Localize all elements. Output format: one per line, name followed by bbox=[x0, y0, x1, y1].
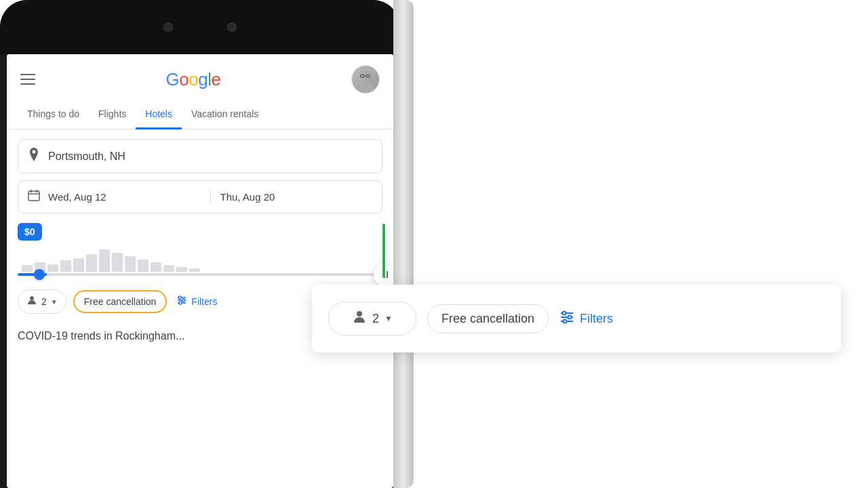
tab-things-to-do[interactable]: Things to do bbox=[18, 102, 89, 129]
check-out-date: Thu, Aug 20 bbox=[220, 191, 373, 203]
hist-bar-8 bbox=[112, 253, 123, 272]
filters-icon bbox=[176, 295, 187, 308]
popup-guests-selector[interactable]: 2 ▼ bbox=[328, 302, 416, 336]
logo-o1: o bbox=[179, 69, 189, 90]
menu-line-2 bbox=[20, 79, 35, 80]
svg-point-15 bbox=[179, 302, 182, 304]
menu-button[interactable] bbox=[20, 74, 35, 85]
popup-free-cancellation-label: Free cancellation bbox=[441, 312, 534, 326]
date-input[interactable]: Wed, Aug 12 Thu, Aug 20 bbox=[18, 180, 382, 214]
popup-free-cancellation-button[interactable]: Free cancellation bbox=[427, 304, 549, 333]
hist-bar-12 bbox=[163, 265, 174, 272]
svg-point-21 bbox=[568, 315, 572, 319]
svg-point-13 bbox=[178, 296, 181, 299]
hist-bar-3 bbox=[47, 264, 58, 272]
logo-o2: o bbox=[189, 69, 198, 90]
user-avatar[interactable] bbox=[351, 65, 380, 94]
menu-line-1 bbox=[20, 74, 35, 75]
phone-top-bar bbox=[0, 0, 400, 54]
check-in-date: Wed, Aug 12 bbox=[48, 191, 201, 203]
guests-selector[interactable]: 2 ▼ bbox=[18, 289, 66, 314]
avatar-image bbox=[352, 66, 379, 93]
person-icon bbox=[26, 295, 37, 308]
tab-vacation-rentals[interactable]: Vacation rentals bbox=[182, 102, 268, 129]
navigation-tabs: Things to do Flights Hotels Vacation ren… bbox=[7, 102, 393, 129]
hist-bar-4 bbox=[60, 260, 71, 272]
location-value: Portsmouth, NH bbox=[48, 150, 125, 163]
hist-bar-13 bbox=[176, 267, 187, 272]
covid-text: COVID-19 trends in Rockingham... bbox=[18, 330, 184, 342]
logo-g2: g bbox=[198, 69, 208, 90]
filters-label: Filters bbox=[191, 296, 217, 307]
svg-point-1 bbox=[357, 83, 375, 94]
popup-filters-button[interactable]: Filters bbox=[559, 310, 613, 328]
hist-bar-14 bbox=[189, 268, 200, 272]
free-cancellation-label: Free cancellation bbox=[84, 296, 157, 307]
calendar-icon bbox=[28, 189, 40, 205]
location-pin-icon bbox=[28, 148, 40, 165]
date-range: Wed, Aug 12 Thu, Aug 20 bbox=[48, 190, 372, 204]
popup-filters-label: Filters bbox=[580, 312, 613, 326]
price-badge: $0 bbox=[18, 223, 42, 241]
hist-bar-9 bbox=[125, 256, 136, 272]
popup-filters-icon bbox=[559, 310, 574, 328]
svg-point-14 bbox=[182, 299, 185, 302]
phone-device: G o o g l e bbox=[0, 0, 427, 488]
price-histogram bbox=[18, 245, 382, 272]
scroll-indicator bbox=[382, 224, 385, 278]
hist-bar-6 bbox=[86, 254, 97, 272]
phone-camera-left bbox=[163, 22, 173, 32]
popup-guests-count: 2 bbox=[372, 312, 379, 326]
phone-screen: G o o g l e bbox=[7, 54, 393, 488]
logo-g: G bbox=[166, 69, 180, 90]
svg-point-16 bbox=[357, 311, 362, 317]
phone-right-edge bbox=[393, 0, 414, 488]
svg-point-20 bbox=[563, 311, 566, 314]
search-section: Portsmouth, NH Wed, Aug 12 bbox=[7, 129, 393, 219]
price-slider-track[interactable] bbox=[18, 273, 382, 276]
menu-line-3 bbox=[20, 83, 35, 85]
logo-e: e bbox=[211, 69, 220, 90]
popup-card: 2 ▼ Free cancellation Filters bbox=[312, 285, 841, 352]
free-cancellation-button[interactable]: Free cancellation bbox=[73, 290, 167, 313]
hist-bar-11 bbox=[151, 262, 161, 272]
phone-camera-right bbox=[227, 22, 237, 32]
tab-flights[interactable]: Flights bbox=[89, 102, 136, 129]
location-input[interactable]: Portsmouth, NH bbox=[18, 139, 382, 174]
hist-bar-1 bbox=[22, 265, 33, 272]
svg-rect-5 bbox=[28, 191, 39, 201]
filters-button[interactable]: Filters bbox=[176, 295, 217, 308]
date-divider bbox=[210, 190, 211, 204]
hist-bar-10 bbox=[138, 260, 149, 272]
google-logo: G o o g l e bbox=[166, 69, 221, 90]
popup-guests-dropdown-arrow: ▼ bbox=[384, 314, 393, 323]
hist-bar-7 bbox=[99, 249, 110, 272]
svg-point-9 bbox=[30, 296, 34, 300]
price-slider-thumb-left[interactable] bbox=[34, 269, 45, 280]
popup-person-icon bbox=[352, 309, 367, 328]
svg-point-22 bbox=[564, 319, 567, 323]
hist-bar-5 bbox=[73, 258, 84, 272]
tab-hotels[interactable]: Hotels bbox=[136, 102, 182, 129]
phone-body: G o o g l e bbox=[0, 0, 400, 488]
guests-dropdown-arrow: ▼ bbox=[51, 298, 58, 306]
google-header: G o o g l e bbox=[7, 54, 393, 102]
guests-count: 2 bbox=[41, 296, 47, 307]
price-section: $0 bbox=[7, 219, 393, 285]
